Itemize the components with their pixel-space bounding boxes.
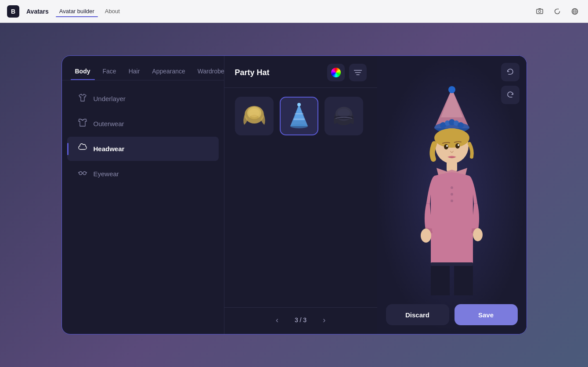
svg-point-20 xyxy=(297,103,301,106)
svg-point-19 xyxy=(290,124,308,128)
tab-hair[interactable]: Hair xyxy=(124,62,144,80)
avatar-card: Body Face Hair Appearance Wardrobe xyxy=(61,55,527,334)
sidebar-item-eyewear[interactable]: Eyewear xyxy=(67,162,219,186)
sidebar-item-headwear[interactable]: Headwear xyxy=(67,137,219,161)
nav-item-about[interactable]: About xyxy=(101,6,123,16)
active-indicator xyxy=(67,143,69,155)
refresh-icon[interactable] xyxy=(551,5,563,18)
item-blonde-wig[interactable] xyxy=(235,97,274,135)
shirt-icon xyxy=(78,93,87,105)
color-wheel-button[interactable] xyxy=(327,64,345,81)
underlayer-label: Underlayer xyxy=(94,95,126,102)
svg-point-43 xyxy=(451,186,453,189)
eyewear-icon xyxy=(78,168,87,180)
svg-rect-0 xyxy=(537,9,543,14)
avatar-svg xyxy=(395,80,509,300)
titlebar-actions xyxy=(534,5,581,18)
main-content: Body Face Hair Appearance Wardrobe xyxy=(0,23,588,367)
titlebar: B Avatars Avatar builder About xyxy=(0,0,588,23)
sidebar-item-eyewear-wrapper: Eyewear xyxy=(62,162,224,186)
screenshot-icon[interactable] xyxy=(534,5,546,18)
svg-point-47 xyxy=(473,228,483,241)
page-info: 3 / 3 xyxy=(295,316,307,323)
item-party-hat[interactable] xyxy=(280,97,318,135)
outerwear-icon xyxy=(78,118,87,130)
tab-face[interactable]: Face xyxy=(98,62,121,80)
svg-point-1 xyxy=(539,10,541,12)
svg-rect-48 xyxy=(431,262,473,266)
sidebar-item-underlayer[interactable]: Underlayer xyxy=(67,87,219,111)
svg-point-26 xyxy=(338,109,350,117)
wardrobe-controls xyxy=(327,64,367,81)
avatar-figure xyxy=(395,80,509,300)
next-page-button[interactable]: › xyxy=(317,313,331,327)
sidebar: Underlayer Outerwear xyxy=(62,80,224,334)
prev-page-button[interactable]: ‹ xyxy=(270,313,284,327)
svg-point-35 xyxy=(448,86,455,93)
filter-button[interactable] xyxy=(349,64,367,81)
titlebar-nav: Avatar builder About xyxy=(56,6,123,16)
wardrobe-title: Party Hat xyxy=(235,68,270,77)
avatar-preview: Discard Save xyxy=(377,56,527,334)
svg-point-45 xyxy=(451,200,453,202)
sidebar-item-underlayer-wrapper: Underlayer xyxy=(62,87,224,111)
svg-point-34 xyxy=(458,122,464,128)
svg-marker-18 xyxy=(293,104,305,120)
left-panel: Body Face Hair Appearance Wardrobe xyxy=(62,56,224,334)
save-button[interactable]: Save xyxy=(455,304,518,325)
tab-wardrobe[interactable]: Wardrobe xyxy=(193,62,229,80)
tabs: Body Face Hair Appearance Wardrobe xyxy=(62,56,224,80)
svg-point-38 xyxy=(444,144,448,149)
wardrobe-header: Party Hat xyxy=(224,56,377,88)
wardrobe-panel: Party Hat xyxy=(224,56,377,334)
cloud-icon xyxy=(78,143,87,155)
eyewear-label: Eyewear xyxy=(94,170,119,178)
outerwear-label: Outerwear xyxy=(94,120,124,127)
svg-point-37 xyxy=(434,128,469,148)
svg-point-46 xyxy=(421,229,431,243)
svg-point-39 xyxy=(455,143,460,149)
sidebar-item-outerwear-wrapper: Outerwear xyxy=(62,112,224,136)
svg-point-41 xyxy=(458,144,459,146)
undo-button[interactable] xyxy=(501,63,519,81)
app-title: Avatars xyxy=(26,8,49,15)
color-wheel-icon xyxy=(331,68,341,77)
tab-body[interactable]: Body xyxy=(71,62,95,80)
globe-icon[interactable] xyxy=(569,5,581,18)
item-dark-helmet[interactable] xyxy=(325,97,363,135)
app-icon: B xyxy=(7,5,19,18)
svg-point-44 xyxy=(451,193,453,196)
sidebar-item-outerwear[interactable]: Outerwear xyxy=(67,112,219,136)
svg-rect-2 xyxy=(538,8,541,9)
items-grid xyxy=(224,88,377,307)
tab-appearance[interactable]: Appearance xyxy=(148,62,190,80)
nav-item-avatar-builder[interactable]: Avatar builder xyxy=(56,6,98,16)
svg-point-9 xyxy=(83,172,86,175)
sidebar-item-headwear-wrapper: Headwear xyxy=(62,137,224,161)
svg-point-8 xyxy=(79,172,82,175)
pagination: ‹ 3 / 3 › xyxy=(224,307,377,334)
discard-button[interactable]: Discard xyxy=(386,304,449,325)
action-buttons: Discard Save xyxy=(377,304,527,325)
filter-icon xyxy=(354,69,362,76)
svg-point-40 xyxy=(446,145,448,147)
headwear-label: Headwear xyxy=(94,145,125,153)
svg-point-16 xyxy=(249,109,260,117)
